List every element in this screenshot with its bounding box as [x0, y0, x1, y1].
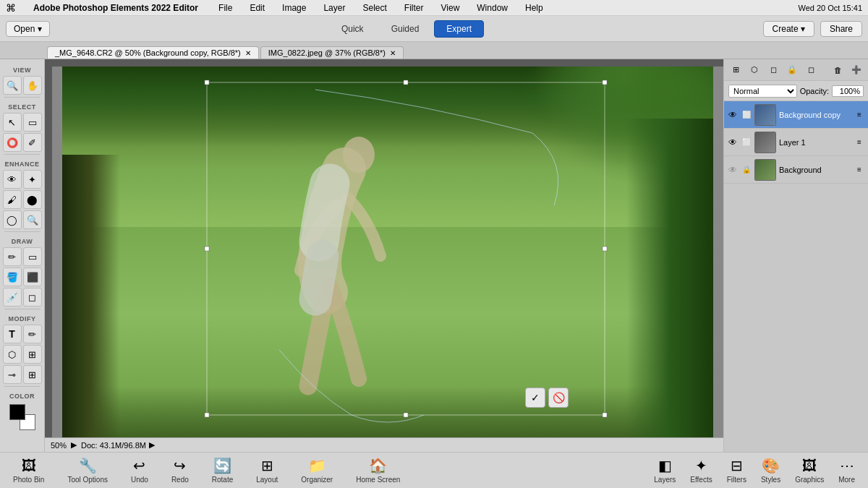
paint-bucket-tool[interactable]: 🪣 [3, 267, 22, 286]
recompose-tool[interactable]: ⊞ [23, 345, 42, 364]
menu-file[interactable]: File [216, 3, 235, 13]
quick-mode-button[interactable]: Quick [329, 20, 376, 38]
menu-help[interactable]: Help [522, 3, 546, 13]
panel-icon-1[interactable]: ⊞ [727, 61, 744, 79]
tab-1-label: _MG_9648.CR2 @ 50% (Background copy, RGB… [55, 48, 241, 57]
doc-info: Doc: 43.1M/96.8M [81, 441, 146, 450]
brush-tool[interactable]: ✏ [3, 247, 22, 266]
effects-panel-button[interactable]: ✦ Effects [683, 454, 719, 487]
more-panel-button[interactable]: ⋯ More [831, 454, 862, 487]
clone-tool[interactable]: 🖌 [3, 190, 22, 209]
marquee-tool[interactable]: ▭ [23, 113, 42, 132]
tab-bar: _MG_9648.CR2 @ 50% (Background copy, RGB… [0, 42, 868, 59]
gradient-tool[interactable]: ⬛ [23, 267, 42, 286]
layer-options-2[interactable]: ≡ [854, 137, 865, 148]
move-tool-2[interactable]: ⊞ [23, 365, 42, 384]
effects-panel-icon: ✦ [695, 457, 707, 474]
hand-tool[interactable]: ✋ [23, 76, 42, 95]
zoom-enhance[interactable]: 🔍 [23, 210, 42, 229]
create-button[interactable]: Create ▾ [763, 21, 814, 37]
confirm-cancel-button[interactable]: 🚫 [548, 388, 569, 408]
panel-icon-5[interactable]: ◻ [802, 61, 820, 79]
draw-tools-row3: 💉 ◻ [3, 288, 42, 307]
eraser-tool[interactable]: ▭ [23, 247, 42, 266]
organizer-button[interactable]: 📁 Organizer [294, 454, 340, 487]
menu-window[interactable]: Window [474, 3, 511, 13]
rotate-button[interactable]: 🔄 Rotate [205, 454, 240, 487]
zoom-tool[interactable]: 🔍 [3, 76, 22, 95]
layer-item-background-copy[interactable]: 👁 ⬜ Background copy ≡ [724, 101, 868, 129]
text-tool[interactable]: T [3, 325, 22, 343]
draw-tools-row1: ✏ ▭ [3, 247, 42, 266]
tab-1-close[interactable]: ✕ [245, 49, 251, 57]
home-screen-button[interactable]: 🏠 Home Screen [349, 454, 407, 487]
layer-item-layer1[interactable]: 👁 ⬜ Layer 1 ≡ [724, 129, 868, 156]
view-tools: 🔍 ✋ [3, 76, 42, 95]
menu-filter[interactable]: Filter [401, 3, 427, 13]
blend-mode-select[interactable]: Normal Dissolve Multiply Screen [728, 85, 797, 98]
expert-mode-button[interactable]: Expert [434, 20, 484, 38]
blur-tool[interactable]: ⬤ [23, 190, 42, 209]
left-toolbar: VIEW 🔍 ✋ SELECT ↖ ▭ ⭕ ✐ ENHANCE 👁 ✦ 🖌 ⬤ … [0, 59, 45, 452]
menu-select[interactable]: Select [359, 3, 389, 13]
tool-options-button[interactable]: 🔧 Tool Options [60, 454, 115, 487]
zoom-level: 50% [51, 441, 67, 450]
layer-lock-2: ⬜ [741, 137, 752, 147]
menu-bar: ⌘ Adobe Photoshop Elements 2022 Editor F… [0, 0, 868, 16]
graphics-panel-label: Graphics [795, 476, 824, 484]
open-button[interactable]: Open ▾ [6, 21, 50, 37]
straighten-tool[interactable]: ⊸ [3, 365, 22, 384]
organizer-label: Organizer [301, 476, 333, 484]
menu-view[interactable]: View [438, 3, 463, 13]
share-button[interactable]: Share [820, 21, 862, 37]
tab-2[interactable]: IMG_0822.jpeg @ 37% (RGB/8*) ✕ [260, 46, 404, 59]
panel-icon-new[interactable]: ➕ [848, 61, 865, 79]
layer-visibility-toggle-3[interactable]: 👁 [727, 164, 739, 176]
draw-tools-row2: 🪣 ⬛ [3, 267, 42, 286]
custom-shape-tool[interactable]: ◻ [23, 288, 42, 307]
layer-visibility-toggle-1[interactable]: 👁 [727, 109, 739, 121]
crop-tool[interactable]: ⬡ [3, 345, 22, 364]
confirm-ok-button[interactable]: ✓ [525, 388, 545, 408]
enhance-section-label: ENHANCE [4, 160, 39, 168]
panel-icon-3[interactable]: ◻ [765, 61, 782, 79]
move-tool[interactable]: ↖ [3, 113, 22, 132]
filters-panel-button[interactable]: ⊟ Filters [720, 454, 754, 487]
spot-heal-tool[interactable]: ✦ [23, 170, 42, 189]
dodge-tool[interactable]: ◯ [3, 210, 22, 229]
canvas-area[interactable]: ✓ 🚫 50% ▶ Doc: 43.1M/96.8M ▶ [45, 59, 723, 452]
bottom-left-tools: 🖼 Photo Bin 🔧 Tool Options ↩ Undo ↪ Redo… [6, 454, 407, 487]
foreground-color-swatch[interactable] [9, 404, 25, 420]
layout-button[interactable]: ⊞ Layout [249, 454, 285, 487]
lasso-tool[interactable]: ⭕ [3, 133, 22, 152]
layer-lock-3: 🔒 [741, 165, 752, 175]
panel-icon-lock[interactable]: 🔒 [783, 61, 801, 79]
fg-bg-swatch[interactable] [9, 404, 35, 430]
opacity-input[interactable] [832, 85, 864, 97]
layer-options-3[interactable]: ≡ [854, 164, 865, 176]
canvas-image[interactable]: ✓ 🚫 [62, 67, 713, 437]
pencil-draw-tool[interactable]: ✏ [23, 325, 42, 343]
graphics-panel-button[interactable]: 🖼 Graphics [788, 455, 831, 487]
blend-mode-row: Normal Dissolve Multiply Screen Opacity: [724, 81, 868, 101]
panel-icon-delete[interactable]: 🗑 [829, 61, 846, 79]
styles-panel-button[interactable]: 🎨 Styles [754, 454, 788, 487]
layer-item-background[interactable]: 👁 🔒 Background ≡ [724, 156, 868, 184]
panel-icon-2[interactable]: ⬡ [746, 61, 763, 79]
tab-1[interactable]: _MG_9648.CR2 @ 50% (Background copy, RGB… [47, 46, 259, 59]
guided-mode-button[interactable]: Guided [379, 20, 432, 38]
layer-visibility-toggle-2[interactable]: 👁 [727, 137, 739, 148]
eye-tool[interactable]: 👁 [3, 170, 22, 189]
redo-button[interactable]: ↪ Redo [164, 454, 196, 487]
tab-2-close[interactable]: ✕ [390, 49, 396, 57]
quick-select-tool[interactable]: ✐ [23, 133, 42, 152]
menu-image[interactable]: Image [279, 3, 309, 13]
menu-edit[interactable]: Edit [247, 3, 268, 13]
layer-options-1[interactable]: ≡ [854, 109, 865, 121]
undo-button[interactable]: ↩ Undo [124, 454, 156, 487]
photo-bin-label: Photo Bin [13, 476, 44, 484]
menu-layer[interactable]: Layer [320, 3, 348, 13]
eyedropper-tool[interactable]: 💉 [3, 288, 22, 307]
layers-panel-button[interactable]: ◧ Layers [647, 454, 683, 487]
photo-bin-button[interactable]: 🖼 Photo Bin [6, 455, 51, 487]
